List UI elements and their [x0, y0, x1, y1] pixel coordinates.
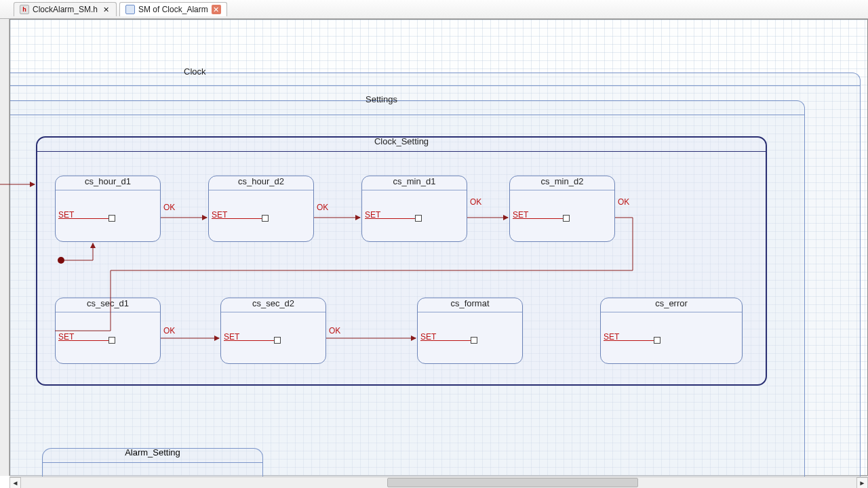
state-title: Alarm_Setting: [43, 447, 262, 458]
close-icon[interactable]: ✕: [101, 5, 111, 14]
transition-line: [58, 340, 110, 341]
divider: [56, 190, 160, 190]
divider: [362, 190, 467, 190]
transition-endpoint-icon: [563, 215, 570, 222]
state-title: cs_hour_d1: [56, 176, 160, 186]
tab-clockalarm-h[interactable]: h ClockAlarm_SM.h ✕: [14, 2, 117, 16]
state-cs-min-d1[interactable]: cs_min_d1 SET: [361, 176, 467, 242]
transition-line: [365, 218, 416, 219]
close-icon[interactable]: ✕: [212, 5, 221, 14]
state-cs-sec-d2[interactable]: cs_sec_d2 SET: [220, 298, 326, 364]
state-title: cs_hour_d2: [209, 176, 313, 186]
scrollbar-track[interactable]: [21, 477, 856, 488]
state-cs-error[interactable]: cs_error SET: [600, 298, 743, 364]
tab-label: ClockAlarm_SM.h: [33, 5, 98, 14]
divider: [221, 312, 326, 312]
scroll-right-button[interactable]: ►: [856, 477, 868, 488]
transition-label-ok: OK: [163, 326, 175, 336]
divider: [10, 115, 804, 115]
tab-bar: h ClockAlarm_SM.h ✕ SM of Clock_Alarm ✕: [0, 0, 868, 19]
transition-line: [224, 340, 275, 341]
transition-endpoint-icon: [108, 215, 115, 222]
state-title: cs_format: [418, 298, 522, 308]
state-clock[interactable]: Clock Settings Clock_Setting cs_hour_d1 …: [10, 73, 861, 486]
state-clock-setting[interactable]: Clock_Setting cs_hour_d1 SET cs_hour_d2 …: [36, 136, 767, 386]
left-gutter: [0, 19, 9, 476]
transition-line: [604, 340, 655, 341]
divider: [10, 85, 860, 86]
transition-line: [513, 218, 564, 219]
diagram-viewport[interactable]: Clock Settings Clock_Setting cs_hour_d1 …: [9, 19, 868, 476]
initial-state-icon[interactable]: [58, 257, 64, 264]
state-title: cs_error: [601, 298, 742, 308]
state-cs-hour-d2[interactable]: cs_hour_d2 SET: [208, 176, 314, 242]
state-settings[interactable]: Settings Clock_Setting cs_hour_d1 SET: [10, 100, 805, 488]
state-cs-sec-d1[interactable]: cs_sec_d1 SET: [55, 298, 161, 364]
c-header-icon: h: [20, 5, 29, 14]
state-title: cs_sec_d1: [56, 298, 160, 308]
transition-label-ok: OK: [618, 197, 629, 207]
transition-label-ok: OK: [317, 203, 328, 212]
tab-label: SM of Clock_Alarm: [138, 5, 208, 14]
transition-line: [58, 218, 110, 219]
tab-sm-clock-alarm[interactable]: SM of Clock_Alarm ✕: [119, 2, 227, 16]
transition-line: [212, 218, 263, 219]
statemachine-icon: [125, 5, 135, 14]
transition-endpoint-icon: [415, 215, 422, 222]
transition-line: [420, 340, 472, 341]
transition-endpoint-icon: [471, 337, 477, 344]
transition-endpoint-icon: [654, 337, 660, 344]
state-title: cs_min_d1: [362, 176, 467, 186]
transition-endpoint-icon: [274, 337, 281, 344]
state-title: Clock: [184, 66, 206, 77]
state-title: cs_min_d2: [510, 176, 614, 186]
divider: [601, 312, 742, 312]
state-title: Settings: [366, 94, 397, 104]
divider: [209, 190, 313, 190]
divider: [43, 462, 262, 463]
state-cs-hour-d1[interactable]: cs_hour_d1 SET: [55, 176, 161, 242]
transition-label-ok: OK: [470, 197, 481, 207]
transition-label-ok: OK: [329, 326, 340, 336]
transition-endpoint-icon: [108, 337, 115, 344]
divider: [418, 312, 522, 312]
horizontal-scrollbar[interactable]: ◄ ►: [9, 476, 868, 488]
transition-endpoint-icon: [262, 215, 269, 222]
diagram-canvas[interactable]: Clock Settings Clock_Setting cs_hour_d1 …: [10, 20, 867, 475]
state-title: cs_sec_d2: [221, 298, 326, 308]
scroll-left-button[interactable]: ◄: [9, 477, 21, 488]
divider: [56, 312, 160, 312]
divider: [37, 151, 766, 152]
divider: [510, 190, 614, 190]
state-cs-min-d2[interactable]: cs_min_d2 SET: [509, 176, 615, 242]
state-title: Clock_Setting: [37, 136, 766, 146]
transition-label-ok: OK: [163, 203, 175, 212]
state-cs-format[interactable]: cs_format SET: [417, 298, 523, 364]
scrollbar-thumb[interactable]: [387, 478, 638, 487]
